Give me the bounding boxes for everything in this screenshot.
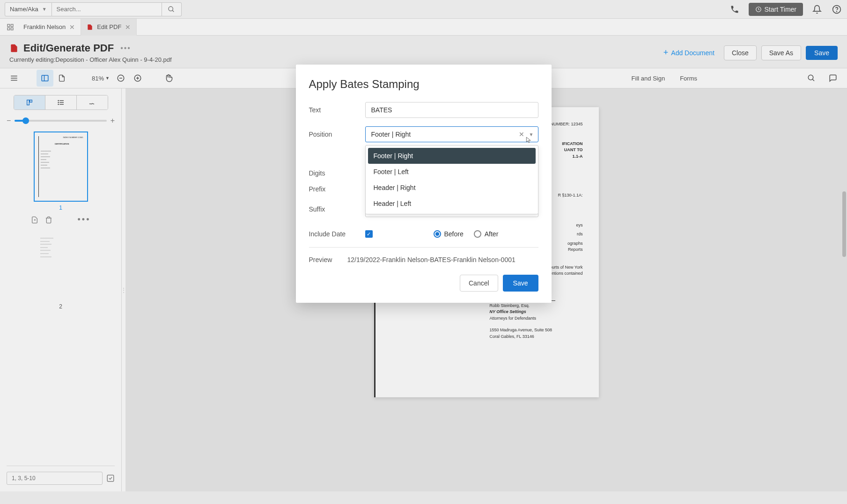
before-radio-item[interactable]: Before — [434, 230, 464, 238]
include-date-checkbox[interactable]: ✓ — [365, 230, 373, 238]
modal-overlay: Apply Bates Stamping Text Position ✕ ▼ F… — [0, 0, 847, 504]
cancel-button[interactable]: Cancel — [460, 275, 498, 292]
position-option-footer-right[interactable]: Footer | Right — [368, 148, 536, 164]
preview-label: Preview — [309, 256, 347, 263]
bates-stamping-modal: Apply Bates Stamping Text Position ✕ ▼ F… — [296, 65, 552, 303]
before-label: Before — [444, 230, 464, 238]
suffix-label: Suffix — [309, 205, 365, 213]
position-option-header-right[interactable]: Header | Right — [368, 180, 536, 196]
modal-title: Apply Bates Stamping — [309, 78, 538, 91]
text-label: Text — [309, 106, 365, 114]
preview-value: 12/19/2022-Franklin Nelson-BATES-Frankli… — [347, 256, 516, 263]
digits-label: Digits — [309, 169, 365, 177]
before-radio[interactable] — [434, 230, 441, 238]
include-date-label: Include Date — [309, 230, 365, 238]
text-input[interactable] — [365, 102, 538, 118]
position-dropdown: Footer | Right Footer | Left Header | Ri… — [365, 145, 538, 214]
clear-icon[interactable]: ✕ — [519, 131, 524, 138]
position-label: Position — [309, 131, 365, 138]
after-label: After — [485, 230, 499, 238]
divider — [309, 247, 538, 248]
after-radio-item[interactable]: After — [474, 230, 499, 238]
prefix-label: Prefix — [309, 185, 365, 193]
after-radio[interactable] — [474, 230, 481, 238]
cursor-icon — [525, 136, 532, 144]
position-option-footer-left[interactable]: Footer | Left — [368, 164, 536, 180]
modal-save-button[interactable]: Save — [503, 275, 538, 292]
position-option-header-left[interactable]: Header | Left — [368, 196, 536, 212]
position-input[interactable] — [365, 126, 538, 142]
